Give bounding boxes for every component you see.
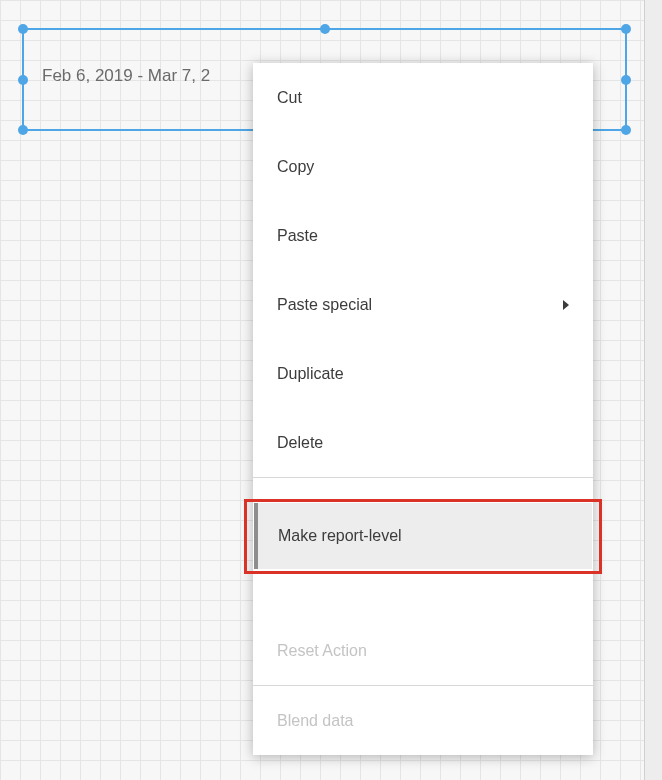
menu-item-label: Reset Action [277,642,367,660]
menu-item-delete[interactable]: Delete [253,408,593,477]
date-range-label: Feb 6, 2019 - Mar 7, 2 [42,66,210,86]
side-panel-edge [645,0,662,780]
resize-handle-top-left[interactable] [18,24,28,34]
menu-item-blend-data: Blend data [253,686,593,755]
menu-item-copy[interactable]: Copy [253,132,593,201]
resize-handle-bottom-left[interactable] [18,125,28,135]
menu-item-cut[interactable]: Cut [253,63,593,132]
chevron-right-icon [563,300,569,310]
menu-item-label: Duplicate [277,365,344,383]
menu-item-label: Cut [277,89,302,107]
resize-handle-top-right[interactable] [621,24,631,34]
menu-item-duplicate[interactable]: Duplicate [253,339,593,408]
menu-item-make-report-level[interactable]: Make report-level [254,503,592,569]
menu-item-label: Delete [277,434,323,452]
menu-item-paste[interactable]: Paste [253,201,593,270]
resize-handle-mid-left[interactable] [18,75,28,85]
menu-item-label: Paste special [277,296,372,314]
menu-item-label: Copy [277,158,314,176]
resize-handle-top-mid[interactable] [320,24,330,34]
menu-item-reset-action: Reset Action [253,616,593,685]
menu-item-paste-special[interactable]: Paste special [253,270,593,339]
resize-handle-bottom-right[interactable] [621,125,631,135]
context-menu: Cut Copy Paste Paste special Duplicate D… [253,63,593,755]
menu-item-label: Paste [277,227,318,245]
menu-item-label: Make report-level [278,527,402,545]
menu-item-label: Blend data [277,712,354,730]
resize-handle-mid-right[interactable] [621,75,631,85]
